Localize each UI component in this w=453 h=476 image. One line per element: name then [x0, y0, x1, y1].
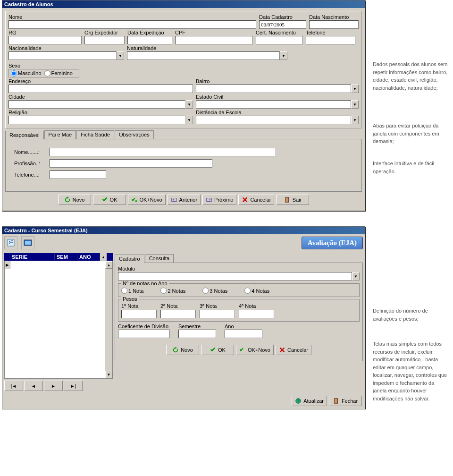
- ok-novo-button[interactable]: OK+Novo: [128, 195, 166, 205]
- dropdown-cidade[interactable]: ▼: [185, 100, 193, 109]
- label-nome: Nome: [8, 14, 256, 20]
- check-icon: [101, 196, 108, 203]
- input-modulo[interactable]: [118, 272, 352, 280]
- dropdown-estado-civil[interactable]: ▼: [351, 100, 359, 109]
- window-cadastro-alunos: Cadastro de Alunos Nome Data Cadastro Da…: [2, 0, 365, 211]
- input-naturalidade[interactable]: [127, 51, 280, 60]
- grid-scrollbar[interactable]: ▲ ▼: [105, 261, 112, 378]
- proximo-button[interactable]: Próximo: [202, 195, 236, 205]
- input-resp-telefone[interactable]: [50, 170, 106, 179]
- input-semestre[interactable]: [178, 330, 216, 338]
- input-ano[interactable]: [225, 330, 262, 338]
- input-peso4[interactable]: [239, 310, 274, 318]
- group-notas: Nº de notas no Ano 1 Nota 2 Notas 3 Nota…: [118, 283, 360, 297]
- input-estado-civil[interactable]: [196, 100, 351, 109]
- input-peso1[interactable]: [121, 310, 157, 318]
- input-endereco[interactable]: [8, 85, 193, 93]
- label-data-expedicao: Data Expedição: [127, 30, 172, 35]
- next-icon: [206, 196, 212, 203]
- tabs-cadastro: Cadastro Consulta: [115, 254, 363, 263]
- label-modulo: Módulo: [118, 266, 360, 272]
- radio-4notas[interactable]: 4 Notas: [244, 288, 269, 294]
- dropdown-bairro[interactable]: ▼: [351, 85, 359, 93]
- input-cpf[interactable]: [175, 36, 253, 44]
- input-data-cadastro[interactable]: [259, 20, 306, 29]
- note-telas: Telas mais simples com todos recursos de…: [373, 340, 448, 402]
- nav-next-button[interactable]: ►: [44, 381, 63, 391]
- label-cert-nascimento: Cert. Nascimento: [256, 30, 303, 35]
- label-distancia-escola: Distância da Escola: [196, 110, 359, 115]
- exit-icon: [333, 398, 340, 404]
- novo-button-2[interactable]: Novo: [166, 345, 199, 355]
- group-pesos: Pesos 1ª Nota 2ª Nota 3ª Nota 4ª Nota: [118, 299, 360, 322]
- dropdown-nacionalidade[interactable]: ▼: [117, 51, 124, 60]
- input-data-expedicao[interactable]: [127, 36, 172, 44]
- tab-ficha-saude[interactable]: Ficha Saúde: [76, 130, 114, 139]
- radio-3notas[interactable]: 3 Notas: [202, 288, 227, 294]
- input-nome[interactable]: [8, 20, 256, 29]
- dropdown-modulo[interactable]: ▼: [352, 272, 360, 280]
- nav-prev-button[interactable]: ◄: [24, 381, 43, 391]
- tab-observacoes[interactable]: Observações: [115, 130, 154, 139]
- cancel-icon: [242, 196, 248, 203]
- radio-masculino-wrap[interactable]: Masculino: [11, 70, 42, 76]
- grid-body[interactable]: ▶ ▲ ▼: [4, 261, 113, 379]
- input-data-nascimento[interactable]: [309, 20, 359, 29]
- nav-first-button[interactable]: |◄: [4, 381, 23, 391]
- cancelar-button[interactable]: Cancelar: [238, 195, 274, 205]
- input-distancia-escola[interactable]: [196, 116, 351, 124]
- dropdown-naturalidade[interactable]: ▼: [280, 51, 287, 60]
- fechar-button[interactable]: Fechar: [329, 396, 362, 406]
- novo-button[interactable]: Novo: [58, 195, 91, 205]
- input-org-expedidor[interactable]: [84, 36, 125, 44]
- input-religiao[interactable]: [8, 116, 185, 124]
- input-bairro[interactable]: [196, 85, 351, 93]
- tab-pai-mae[interactable]: Pai e Mãe: [44, 130, 76, 139]
- tool-icon-2[interactable]: [21, 236, 34, 249]
- input-cidade[interactable]: [8, 100, 185, 109]
- radio-feminino-wrap[interactable]: Feminino: [44, 70, 73, 76]
- sair-button[interactable]: Sair: [276, 195, 309, 205]
- grid-row-marker: ▶: [5, 261, 10, 269]
- check-plus-icon: [239, 347, 246, 353]
- anterior-button[interactable]: Anterior: [168, 195, 201, 205]
- nav-last-button[interactable]: ►|: [64, 381, 83, 391]
- radio-masculino[interactable]: [11, 70, 17, 76]
- input-telefone[interactable]: [306, 36, 355, 44]
- input-peso3[interactable]: [200, 310, 235, 318]
- input-coef[interactable]: [118, 330, 170, 338]
- ok-button[interactable]: OK: [93, 195, 126, 205]
- tab-cadastro[interactable]: Cadastro: [115, 255, 144, 263]
- input-resp-nome[interactable]: [50, 148, 276, 156]
- input-cert-nascimento[interactable]: [256, 36, 303, 44]
- label-data-nascimento: Data Nascimento: [309, 14, 359, 20]
- ok-novo-button-2[interactable]: OK+Novo: [236, 345, 274, 355]
- label-peso3: 3ª Nota: [200, 303, 235, 309]
- atualizar-button[interactable]: Atualizar: [292, 396, 327, 406]
- tabs-responsavel: Responsável Pai e Mãe Ficha Saúde Observ…: [5, 130, 362, 139]
- input-rg[interactable]: [8, 36, 82, 44]
- dropdown-distancia-escola[interactable]: ▼: [351, 116, 359, 124]
- label-religiao: Religião: [8, 110, 193, 115]
- scroll-up-button[interactable]: ▲: [105, 261, 112, 269]
- radio-feminino[interactable]: [44, 70, 50, 76]
- ok-button-2[interactable]: OK: [201, 345, 234, 355]
- note-interface: Interface intuitiva e de fácil operação.: [373, 160, 448, 175]
- titlebar-2: Cadastro - Curso Semestral (EJA): [2, 227, 365, 234]
- tab-responsavel[interactable]: Responsável: [5, 131, 44, 139]
- cancelar-button-2[interactable]: Cancelar: [276, 345, 311, 355]
- tool-icon-1[interactable]: [4, 236, 17, 249]
- label-coef: Coeficente de Divisão: [118, 323, 170, 329]
- input-resp-profissao[interactable]: [50, 159, 212, 168]
- prev-icon: [171, 196, 177, 203]
- input-peso2[interactable]: [160, 310, 196, 318]
- dropdown-religiao[interactable]: ▼: [185, 116, 193, 124]
- refresh-icon: [64, 196, 71, 203]
- input-nacionalidade[interactable]: [8, 51, 117, 60]
- scroll-down-button[interactable]: ▼: [105, 371, 112, 378]
- svg-rect-6: [25, 241, 31, 245]
- radio-1nota[interactable]: 1 Nota: [121, 288, 143, 294]
- radio-2notas[interactable]: 2 Notas: [160, 288, 185, 294]
- avaliacao-banner: Avaliação (EJA): [302, 237, 363, 249]
- tab-consulta[interactable]: Consulta: [145, 254, 174, 263]
